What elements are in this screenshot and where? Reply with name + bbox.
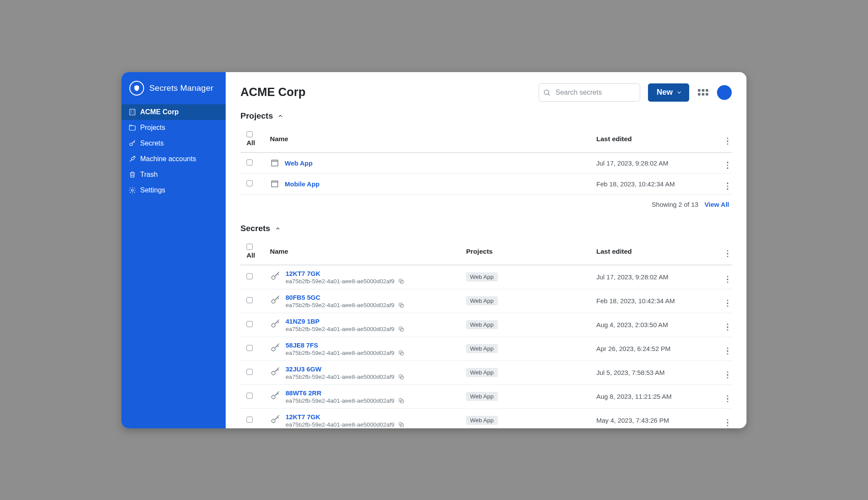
building-icon (128, 108, 136, 116)
project-badge[interactable]: Web App (466, 320, 498, 329)
header-menu-button[interactable] (727, 250, 729, 258)
copy-icon[interactable] (398, 397, 404, 404)
last-edited: Jul 5, 2023, 7:58:53 AM (593, 361, 714, 384)
projects-summary: Showing 2 of 13 View All (240, 195, 732, 208)
svg-point-8 (272, 276, 275, 279)
row-menu-button[interactable] (727, 300, 729, 307)
last-edited: Feb 18, 2023, 10:42:34 AM (593, 173, 714, 194)
sidebar-item-secrets[interactable]: Secrets (122, 136, 226, 151)
project-icon (128, 124, 136, 132)
copy-icon[interactable] (398, 421, 404, 428)
search (539, 83, 640, 102)
nav: ACME Corp Projects Secrets Machine accou… (122, 104, 226, 198)
row-menu-button[interactable] (727, 348, 729, 355)
svg-point-4 (544, 90, 549, 95)
key-icon (270, 295, 280, 305)
key-icon (128, 139, 136, 147)
chevron-down-icon (676, 89, 682, 96)
nav-label: Secrets (140, 139, 164, 147)
select-all-checkbox[interactable] (247, 131, 253, 137)
project-icon (270, 158, 279, 168)
project-icon (270, 179, 279, 189)
row-checkbox[interactable] (247, 345, 253, 351)
svg-point-2 (130, 143, 132, 146)
row-checkbox[interactable] (247, 393, 253, 399)
row-checkbox[interactable] (247, 180, 253, 186)
section-header-secrets[interactable]: Secrets (240, 224, 732, 233)
nav-label: Trash (140, 171, 158, 179)
main-content: ACME Corp New Projects (226, 72, 746, 428)
copy-icon[interactable] (398, 326, 404, 332)
svg-point-3 (132, 189, 134, 191)
row-checkbox[interactable] (247, 417, 253, 423)
sidebar-item-settings[interactable]: Settings (122, 182, 226, 198)
svg-rect-0 (130, 109, 135, 115)
row-checkbox[interactable] (247, 273, 253, 279)
row-menu-button[interactable] (727, 324, 729, 331)
sidebar-org-selector[interactable]: ACME Corp (122, 104, 226, 120)
last-edited: May 4, 2023, 7:43:26 PM (593, 408, 714, 428)
section-header-projects[interactable]: Projects (240, 111, 732, 121)
project-badge[interactable]: Web App (466, 416, 498, 425)
search-input[interactable] (539, 83, 640, 102)
chevron-up-icon (277, 113, 283, 119)
brand: Secrets Manager (122, 72, 226, 104)
sidebar-item-trash[interactable]: Trash (122, 167, 226, 182)
sidebar: Secrets Manager ACME Corp Projects Secre… (122, 72, 226, 428)
project-badge[interactable]: Web App (466, 296, 498, 305)
sidebar-item-projects[interactable]: Projects (122, 120, 226, 136)
project-badge[interactable]: Web App (466, 392, 498, 401)
new-button[interactable]: New (648, 83, 689, 102)
row-menu-button[interactable] (727, 371, 729, 379)
col-name: Name (266, 126, 593, 152)
row-menu-button[interactable] (727, 395, 729, 403)
row-checkbox[interactable] (247, 321, 253, 327)
secret-link[interactable]: 12KT7 7GK (286, 413, 320, 421)
avatar[interactable] (717, 85, 732, 100)
secret-guid: ea75b2fb-59e2-4a01-aee8-ae5000d02af9 (286, 397, 395, 404)
app-window: Secrets Manager ACME Corp Projects Secre… (122, 72, 746, 428)
select-all-checkbox[interactable] (247, 244, 253, 250)
row-menu-button[interactable] (727, 276, 729, 283)
row-checkbox[interactable] (247, 369, 253, 375)
grid-icon (698, 89, 708, 96)
section-title: Secrets (240, 224, 270, 233)
app-switcher-button[interactable] (697, 86, 709, 99)
row-menu-button[interactable] (727, 419, 729, 427)
copy-icon[interactable] (398, 350, 404, 356)
secret-link[interactable]: 41NZ9 1BP (286, 318, 319, 325)
col-last: Last edited (593, 126, 714, 152)
project-badge[interactable]: Web App (466, 368, 498, 377)
project-link[interactable]: Web App (285, 159, 312, 167)
table-row: 12KT7 7GKea75b2fb-59e2-4a01-aee8-ae5000d… (240, 408, 732, 428)
copy-icon[interactable] (398, 302, 404, 308)
secrets-table: All Name Projects Last edited 12KT7 7GKe… (240, 238, 732, 428)
project-badge[interactable]: Web App (466, 344, 498, 353)
nav-label: Projects (140, 124, 165, 132)
svg-point-17 (272, 348, 275, 351)
copy-icon[interactable] (398, 278, 404, 285)
header-menu-button[interactable] (727, 138, 729, 145)
copy-icon[interactable] (398, 374, 404, 380)
secret-guid: ea75b2fb-59e2-4a01-aee8-ae5000d02af9 (286, 374, 395, 380)
table-row: Mobile AppFeb 18, 2023, 10:42:34 AM (240, 173, 732, 194)
secret-link[interactable]: 32JU3 6GW (286, 365, 322, 373)
section-title: Projects (240, 111, 273, 121)
table-row: 88WT6 2RRea75b2fb-59e2-4a01-aee8-ae5000d… (240, 384, 732, 408)
row-menu-button[interactable] (727, 162, 729, 169)
row-checkbox[interactable] (247, 297, 253, 303)
svg-line-5 (548, 94, 549, 95)
table-row: Web AppJul 17, 2023, 9:28:02 AM (240, 152, 732, 174)
wrench-icon (128, 155, 136, 163)
secret-link[interactable]: 88WT6 2RR (286, 389, 322, 397)
project-badge[interactable]: Web App (466, 272, 498, 281)
secret-link[interactable]: 80FB5 5GC (286, 294, 320, 301)
secret-link[interactable]: 58JE8 7FS (286, 341, 318, 349)
project-link[interactable]: Mobile App (285, 180, 319, 188)
view-all-link[interactable]: View All (704, 201, 729, 208)
sidebar-item-machine-accounts[interactable]: Machine accounts (122, 151, 226, 167)
row-menu-button[interactable] (727, 182, 729, 190)
row-checkbox[interactable] (247, 159, 253, 166)
col-all: All (247, 139, 255, 146)
secret-link[interactable]: 12KT7 7GK (286, 270, 320, 277)
